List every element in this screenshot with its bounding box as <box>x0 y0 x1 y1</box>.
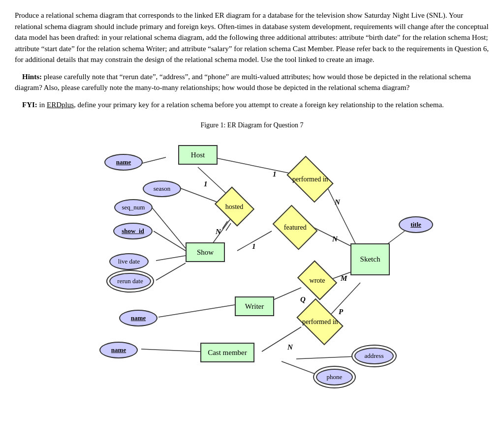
figure-caption: Figure 1: ER Diagram for Question 7 <box>15 120 489 130</box>
card-n-label-hosted-show: N <box>216 228 221 236</box>
attr-address-label: address <box>365 351 384 361</box>
entity-sketch-label: Sketch <box>360 254 380 265</box>
attr-rerundate-label: rerun date <box>117 276 143 286</box>
attr-cast-name: name <box>99 342 138 358</box>
svg-line-18 <box>141 349 200 352</box>
entity-host: Host <box>178 145 218 165</box>
card-performedin-sketch-p: P <box>339 306 343 318</box>
erdplus-link[interactable]: ERDplus <box>47 101 74 109</box>
relationship-performed-in-bottom: performed in <box>296 298 343 345</box>
entity-show: Show <box>186 242 225 262</box>
svg-line-4 <box>151 206 186 248</box>
figure-caption-text: Figure 1: ER Diagram for Question 7 <box>200 121 303 129</box>
entity-writer: Writer <box>235 296 274 316</box>
hints-paragraph: Hints: please carefully note that “rerun… <box>15 71 489 93</box>
entity-host-label: Host <box>191 149 205 161</box>
card-1-label-host-hosted: 1 <box>204 180 208 188</box>
card-1-label-perf-top: 1 <box>273 170 277 178</box>
rel-performed-top-label: performed in <box>292 174 328 184</box>
rel-wrote-label: wrote <box>310 275 325 285</box>
entity-sketch: Sketch <box>350 243 390 275</box>
attr-phone-label: phone <box>327 372 343 382</box>
attr-rerun-date: rerun date <box>109 273 151 290</box>
card-n-label-perf-top: N <box>335 198 340 206</box>
svg-line-6 <box>156 256 186 261</box>
attr-season-label: season <box>154 184 171 194</box>
card-hosted-show-n: N <box>216 226 221 237</box>
main-paragraph-text: Produce a relational schema diagram that… <box>15 11 489 63</box>
attr-writername-label: name <box>131 313 146 323</box>
svg-line-7 <box>156 263 186 280</box>
attr-castname-label: name <box>111 345 126 355</box>
attr-title-label: title <box>410 220 421 230</box>
card-p-label-perf-bottom: P <box>339 308 343 316</box>
entity-cast-label: Cast member <box>208 347 247 358</box>
attr-host-name-label: name <box>116 157 131 167</box>
card-featured-show-1: 1 <box>252 241 256 252</box>
card-1-label-featured: 1 <box>252 242 256 250</box>
attr-host-name: name <box>104 154 143 171</box>
card-n-label-perf-bottom: N <box>287 343 293 351</box>
card-q-label-wrote: Q <box>300 295 306 303</box>
attr-title: title <box>399 216 433 233</box>
attr-seqnum-label: seq_num <box>122 203 145 212</box>
svg-line-9 <box>326 184 355 243</box>
attr-writer-name: name <box>119 310 158 326</box>
svg-line-11 <box>311 226 350 246</box>
attr-seq-num: seq_num <box>114 199 153 216</box>
attr-showid-label: show_id <box>122 226 144 236</box>
svg-line-20 <box>282 361 321 376</box>
attr-season: season <box>143 180 181 197</box>
rel-featured-label: featured <box>284 222 307 233</box>
fyi-text-pre: in <box>37 101 47 109</box>
hints-label: Hints: <box>22 73 42 81</box>
svg-line-15 <box>158 305 235 317</box>
rel-performed-bottom-label: performed in <box>302 317 338 327</box>
attr-livedate-label: live date <box>118 257 140 266</box>
svg-line-19 <box>296 356 355 359</box>
card-sketch-wrote-m: M <box>341 273 347 284</box>
attr-show-id: show_id <box>113 223 153 239</box>
card-cast-performedin-n: N <box>287 342 293 353</box>
relationship-hosted: hosted <box>215 186 254 226</box>
rel-hosted-label: hosted <box>225 202 244 212</box>
fyi-text-post: , define your primary key for a relation… <box>74 101 444 109</box>
attr-live-date: live date <box>109 253 149 270</box>
card-writer-wrote-q: Q <box>300 294 306 305</box>
fyi-label: FYI: <box>22 101 37 109</box>
card-m-label-wrote: M <box>341 274 347 282</box>
svg-line-21 <box>222 221 227 229</box>
main-text-paragraph: Produce a relational schema diagram that… <box>15 10 489 65</box>
svg-line-17 <box>328 283 360 317</box>
entity-writer-label: Writer <box>245 301 264 312</box>
card-host-hosted-1: 1 <box>204 178 208 190</box>
entity-show-label: Show <box>197 247 214 258</box>
entity-cast-member: Cast member <box>200 343 254 362</box>
card-featured-sketch-n: N <box>332 234 338 245</box>
er-diagram: Host Show Writer Cast member Sketch host… <box>60 135 444 391</box>
relationship-performed-in-top: performed in <box>286 156 333 203</box>
fyi-paragraph: FYI: in ERDplus, define your primary key… <box>15 99 489 111</box>
hints-text: please carefully note that “rerun date”,… <box>15 73 471 92</box>
card-n-label-featured: N <box>332 235 338 243</box>
attr-phone: phone <box>316 369 353 385</box>
svg-line-16 <box>262 327 301 352</box>
svg-line-5 <box>154 231 186 251</box>
relationship-featured: featured <box>273 205 318 250</box>
svg-line-8 <box>213 157 296 175</box>
svg-line-22 <box>226 223 231 231</box>
card-host-performedin-1: 1 <box>273 169 277 180</box>
card-performedin-sketch-n-top: N <box>335 197 340 208</box>
attr-address: address <box>354 348 394 364</box>
